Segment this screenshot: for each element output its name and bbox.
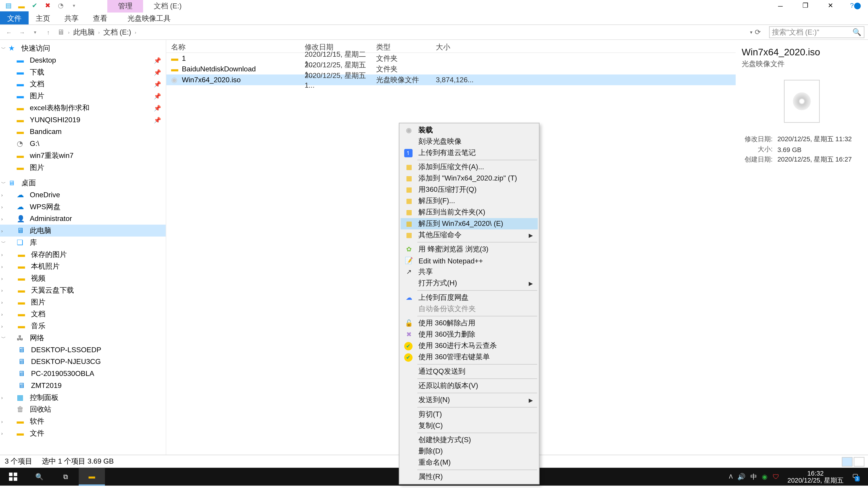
defender-icon[interactable]: 🛡 (773, 473, 779, 480)
archive-icon: ▦ (404, 219, 414, 228)
disc-icon (793, 92, 811, 110)
bee-icon: ✿ (404, 245, 414, 254)
crumb-location[interactable]: 文档 (E:) (102, 27, 132, 37)
explorer-taskbar-button[interactable]: ▬ (79, 468, 105, 486)
cloud-icon (17, 191, 26, 199)
file-row[interactable]: ▬ BaiduNetdiskDownload 2020/12/25, 星期五 1… (166, 64, 736, 74)
ctx-extract-named[interactable]: ▦解压到 Win7x64_2020\ (E) (401, 218, 538, 229)
folder-icon (18, 322, 27, 330)
search-button[interactable]: 🔍 (26, 468, 53, 486)
qat-check-icon[interactable]: ✔ (29, 0, 41, 11)
youdao-icon: ↿ (404, 149, 412, 157)
pin-icon: 📌 (154, 80, 161, 87)
search-icon: 🔍 (852, 28, 862, 36)
maximize-button[interactable]: ❐ (793, 0, 818, 11)
ime-indicator[interactable]: 中 (750, 472, 757, 481)
ctx-mount[interactable]: ◉装载 (401, 125, 538, 136)
start-button[interactable] (0, 468, 26, 486)
pin-icon: 📌 (154, 105, 161, 111)
ctx-youdao[interactable]: ↿上传到有道云笔记 (401, 147, 538, 158)
nav-back-button[interactable]: ← (4, 27, 14, 37)
svg-rect-0 (9, 473, 13, 476)
ctx-properties[interactable]: 属性(R) (401, 471, 538, 483)
ctx-360-trojan[interactable]: ✔使用 360进行木马云查杀 (401, 340, 538, 352)
svg-rect-2 (9, 477, 13, 481)
360-tray-icon[interactable]: ◉ (762, 473, 768, 481)
ctx-360-unlock[interactable]: 🔓使用 360解除占用 (401, 318, 538, 329)
ctx-360-manage[interactable]: ✔使用 360管理右键菜单 (401, 352, 538, 363)
ribbon-home[interactable]: 主页 (29, 11, 57, 24)
qat-item[interactable]: ▬ (16, 0, 28, 11)
close-button[interactable]: ✕ (818, 0, 843, 11)
refresh-button[interactable]: ⟳ (755, 28, 767, 36)
qat-item[interactable]: ◔ (55, 0, 67, 11)
archive-icon: ▦ (404, 174, 414, 183)
search-input[interactable]: 搜索"文档 (E:)" 🔍 (769, 26, 864, 38)
ctx-open-360zip[interactable]: ▦用360压缩打开(Q) (401, 184, 538, 195)
ctx-add-archive[interactable]: ▦添加到压缩文件(A)... (401, 162, 538, 173)
ctx-shortcut[interactable]: 创建快捷方式(S) (401, 434, 538, 446)
submenu-arrow-icon: ▶ (529, 397, 533, 403)
qat-dropdown-icon[interactable]: ▾ (68, 0, 80, 11)
breadcrumb[interactable]: 🖥 › 此电脑 › 文档 (E:) › (56, 27, 137, 37)
folder-icon (17, 56, 26, 64)
iso-icon: ◉ (171, 76, 182, 84)
header-size[interactable]: 大小 (436, 40, 477, 53)
task-view-button[interactable]: ⧉ (53, 468, 79, 486)
cloud-icon (17, 203, 26, 211)
file-row[interactable]: ▬ 1 2020/12/15, 星期二 1... 文件夹 (166, 53, 736, 64)
ctx-qq-send[interactable]: 通过QQ发送到 (401, 366, 538, 377)
nav-tree[interactable]: ﹀快速访问 Desktop📌 下载📌 文档📌 图片📌 excel表格制作求和📌 … (0, 40, 166, 455)
tray-expand-icon[interactable]: ᐱ (729, 474, 733, 480)
minimize-button[interactable]: ─ (768, 0, 793, 11)
ribbon-view[interactable]: 查看 (86, 11, 115, 24)
ctx-cut[interactable]: 剪切(T) (401, 409, 538, 420)
title-context-tab[interactable]: 管理 (107, 0, 143, 12)
ctx-copy[interactable]: 复制(C) (401, 420, 538, 431)
monitor-icon (17, 226, 26, 235)
ctx-restore[interactable]: 还原以前的版本(V) (401, 380, 538, 392)
ctx-360-force-del[interactable]: ✖使用 360强力删除 (401, 329, 538, 340)
ctx-extract-to[interactable]: ▦解压到(F)... (401, 195, 538, 207)
qat-explorer-icon[interactable]: ▤ (2, 0, 14, 11)
ctx-burn[interactable]: 刻录光盘映像 (401, 136, 538, 147)
ribbon-file[interactable]: 文件 (0, 11, 29, 24)
network-icon (17, 334, 26, 342)
archive-icon: ▦ (404, 196, 414, 206)
pin-icon: 📌 (154, 117, 161, 123)
ctx-add-zip[interactable]: ▦添加到 "Win7x64_2020.zip" (T) (401, 173, 538, 184)
view-icons-button[interactable] (854, 457, 864, 466)
crumb-thispc[interactable]: 此电脑 (72, 27, 96, 37)
ctx-rename[interactable]: 重命名(M) (401, 457, 538, 468)
status-item-count: 3 个项目 (5, 456, 32, 466)
svg-rect-1 (14, 473, 18, 476)
ribbon-share[interactable]: 共享 (57, 11, 86, 24)
ctx-other-zip[interactable]: ▦其他压缩命令▶ (401, 229, 538, 240)
ctx-send-to[interactable]: 发送到(N)▶ (401, 394, 538, 406)
ctx-notepad[interactable]: 📝Edit with Notepad++ (401, 255, 538, 266)
ctx-delete[interactable]: 删除(D) (401, 446, 538, 457)
ctx-share[interactable]: ↗共享 (401, 266, 538, 278)
nav-up-button[interactable]: ↑ (43, 27, 54, 37)
file-row-selected[interactable]: ◉ Win7x64_2020.iso 2020/12/25, 星期五 1... … (166, 74, 736, 85)
details-filename: Win7x64_2020.iso (742, 47, 862, 58)
ribbon-disc-tools[interactable]: 光盘映像工具 (121, 11, 178, 24)
qat-close-icon[interactable]: ✖ (42, 0, 54, 11)
nav-history-dropdown[interactable]: ▾ (30, 27, 40, 37)
ctx-bee-browser[interactable]: ✿用 蜂蜜浏览器 浏览(3) (401, 244, 538, 255)
folder-icon (17, 127, 26, 136)
ctx-extract-here[interactable]: ▦解压到当前文件夹(X) (401, 207, 538, 218)
ctx-baidu-upload[interactable]: ☁上传到百度网盘 (401, 292, 538, 303)
ctx-open-with[interactable]: 打开方式(H)▶ (401, 278, 538, 289)
address-dropdown[interactable]: ▾ (750, 30, 752, 35)
window-title: 文档 (E:) (143, 0, 192, 12)
taskbar-clock[interactable]: 16:32 2020/12/25, 星期五 (784, 469, 847, 484)
action-center-icon[interactable]: 🗨3 (852, 473, 859, 480)
nav-forward-button[interactable]: → (17, 27, 27, 37)
header-name[interactable]: 名称 (171, 40, 305, 53)
header-type[interactable]: 类型 (376, 40, 436, 53)
volume-icon[interactable]: 🔊 (737, 473, 746, 481)
view-details-button[interactable] (842, 457, 852, 466)
help-icon[interactable]: ?⬤ (843, 0, 868, 11)
pin-icon: 📌 (154, 57, 161, 64)
